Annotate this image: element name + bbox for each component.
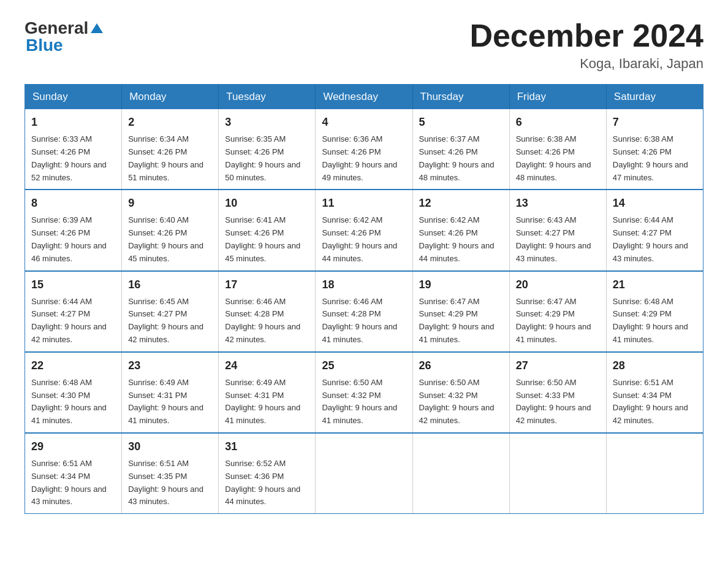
day-number: 18	[322, 277, 406, 293]
title-section: December 2024 Koga, Ibaraki, Japan	[469, 18, 703, 72]
day-number: 22	[31, 358, 115, 374]
day-number: 8	[31, 195, 115, 212]
day-info: Sunrise: 6:48 AMSunset: 4:29 PMDaylight:…	[613, 297, 688, 344]
day-number: 21	[613, 277, 697, 293]
day-info: Sunrise: 6:44 AMSunset: 4:27 PMDaylight:…	[613, 215, 688, 262]
table-row: 18Sunrise: 6:46 AMSunset: 4:28 PMDayligh…	[316, 271, 412, 352]
table-row: 3Sunrise: 6:35 AMSunset: 4:26 PMDaylight…	[219, 109, 316, 190]
table-row: 14Sunrise: 6:44 AMSunset: 4:27 PMDayligh…	[606, 190, 703, 270]
day-info: Sunrise: 6:51 AMSunset: 4:34 PMDaylight:…	[31, 459, 107, 506]
calendar-week-row: 22Sunrise: 6:48 AMSunset: 4:30 PMDayligh…	[25, 352, 703, 433]
day-info: Sunrise: 6:42 AMSunset: 4:26 PMDaylight:…	[322, 215, 397, 262]
table-row: 5Sunrise: 6:37 AMSunset: 4:26 PMDaylight…	[412, 109, 509, 190]
day-number: 26	[419, 358, 503, 374]
day-number: 5	[419, 114, 503, 131]
table-row: 20Sunrise: 6:47 AMSunset: 4:29 PMDayligh…	[509, 271, 606, 352]
day-info: Sunrise: 6:40 AMSunset: 4:26 PMDaylight:…	[128, 215, 203, 262]
table-row: 7Sunrise: 6:38 AMSunset: 4:26 PMDaylight…	[606, 109, 703, 190]
table-row: 8Sunrise: 6:39 AMSunset: 4:26 PMDaylight…	[25, 190, 122, 270]
table-row: 30Sunrise: 6:51 AMSunset: 4:35 PMDayligh…	[122, 433, 219, 514]
table-row: 29Sunrise: 6:51 AMSunset: 4:34 PMDayligh…	[25, 433, 122, 514]
location-subtitle: Koga, Ibaraki, Japan	[469, 56, 703, 72]
table-row: 16Sunrise: 6:45 AMSunset: 4:27 PMDayligh…	[122, 271, 219, 352]
table-row	[412, 433, 509, 514]
day-info: Sunrise: 6:46 AMSunset: 4:28 PMDaylight:…	[225, 297, 300, 344]
table-row: 24Sunrise: 6:49 AMSunset: 4:31 PMDayligh…	[219, 352, 316, 433]
logo-triangle-icon	[91, 23, 103, 33]
day-number: 7	[613, 114, 697, 131]
day-info: Sunrise: 6:50 AMSunset: 4:33 PMDaylight:…	[516, 378, 591, 425]
day-number: 25	[322, 358, 406, 374]
table-row: 19Sunrise: 6:47 AMSunset: 4:29 PMDayligh…	[412, 271, 509, 352]
day-number: 1	[31, 114, 115, 131]
calendar-week-row: 15Sunrise: 6:44 AMSunset: 4:27 PMDayligh…	[25, 271, 703, 352]
day-number: 16	[128, 277, 212, 293]
day-info: Sunrise: 6:46 AMSunset: 4:28 PMDaylight:…	[322, 297, 397, 344]
table-row	[316, 433, 412, 514]
day-number: 17	[225, 277, 309, 293]
day-number: 2	[128, 114, 212, 131]
day-info: Sunrise: 6:50 AMSunset: 4:32 PMDaylight:…	[419, 378, 495, 425]
day-info: Sunrise: 6:52 AMSunset: 4:36 PMDaylight:…	[225, 459, 300, 506]
day-number: 23	[128, 358, 212, 374]
table-row: 17Sunrise: 6:46 AMSunset: 4:28 PMDayligh…	[219, 271, 316, 352]
table-row: 4Sunrise: 6:36 AMSunset: 4:26 PMDaylight…	[316, 109, 412, 190]
day-info: Sunrise: 6:33 AMSunset: 4:26 PMDaylight:…	[31, 134, 107, 182]
day-number: 4	[322, 114, 406, 131]
table-row: 26Sunrise: 6:50 AMSunset: 4:32 PMDayligh…	[412, 352, 509, 433]
day-number: 3	[225, 114, 309, 131]
table-row: 27Sunrise: 6:50 AMSunset: 4:33 PMDayligh…	[509, 352, 606, 433]
page-header: General Blue December 2024 Koga, Ibaraki…	[25, 18, 703, 72]
table-row: 6Sunrise: 6:38 AMSunset: 4:26 PMDaylight…	[509, 109, 606, 190]
day-info: Sunrise: 6:41 AMSunset: 4:26 PMDaylight:…	[225, 215, 300, 262]
calendar-week-row: 1Sunrise: 6:33 AMSunset: 4:26 PMDaylight…	[25, 109, 703, 190]
day-info: Sunrise: 6:47 AMSunset: 4:29 PMDaylight:…	[516, 297, 591, 344]
day-info: Sunrise: 6:45 AMSunset: 4:27 PMDaylight:…	[128, 297, 203, 344]
table-row: 31Sunrise: 6:52 AMSunset: 4:36 PMDayligh…	[219, 433, 316, 514]
col-sunday: Sunday	[25, 85, 122, 110]
day-info: Sunrise: 6:51 AMSunset: 4:35 PMDaylight:…	[128, 459, 203, 506]
day-number: 28	[613, 358, 697, 374]
table-row: 1Sunrise: 6:33 AMSunset: 4:26 PMDaylight…	[25, 109, 122, 190]
day-info: Sunrise: 6:34 AMSunset: 4:26 PMDaylight:…	[128, 134, 203, 182]
day-info: Sunrise: 6:47 AMSunset: 4:29 PMDaylight:…	[419, 297, 495, 344]
day-info: Sunrise: 6:37 AMSunset: 4:26 PMDaylight:…	[419, 134, 495, 182]
table-row: 12Sunrise: 6:42 AMSunset: 4:26 PMDayligh…	[412, 190, 509, 270]
day-info: Sunrise: 6:42 AMSunset: 4:26 PMDaylight:…	[419, 215, 495, 262]
day-info: Sunrise: 6:38 AMSunset: 4:26 PMDaylight:…	[516, 134, 591, 182]
calendar-week-row: 29Sunrise: 6:51 AMSunset: 4:34 PMDayligh…	[25, 433, 703, 514]
table-row: 23Sunrise: 6:49 AMSunset: 4:31 PMDayligh…	[122, 352, 219, 433]
day-info: Sunrise: 6:38 AMSunset: 4:26 PMDaylight:…	[613, 134, 688, 182]
day-number: 9	[128, 195, 212, 212]
col-friday: Friday	[509, 85, 606, 110]
day-number: 15	[31, 277, 115, 293]
day-info: Sunrise: 6:43 AMSunset: 4:27 PMDaylight:…	[516, 215, 591, 262]
day-number: 20	[516, 277, 600, 293]
day-number: 30	[128, 439, 212, 455]
table-row: 2Sunrise: 6:34 AMSunset: 4:26 PMDaylight…	[122, 109, 219, 190]
col-saturday: Saturday	[606, 85, 703, 110]
table-row: 22Sunrise: 6:48 AMSunset: 4:30 PMDayligh…	[25, 352, 122, 433]
table-row: 21Sunrise: 6:48 AMSunset: 4:29 PMDayligh…	[606, 271, 703, 352]
table-row: 25Sunrise: 6:50 AMSunset: 4:32 PMDayligh…	[316, 352, 412, 433]
day-info: Sunrise: 6:49 AMSunset: 4:31 PMDaylight:…	[225, 378, 300, 425]
day-info: Sunrise: 6:39 AMSunset: 4:26 PMDaylight:…	[31, 215, 107, 262]
day-info: Sunrise: 6:35 AMSunset: 4:26 PMDaylight:…	[225, 134, 300, 182]
day-number: 11	[322, 195, 406, 212]
day-number: 12	[419, 195, 503, 212]
col-monday: Monday	[122, 85, 219, 110]
logo-text-blue: Blue	[26, 36, 63, 55]
day-number: 6	[516, 114, 600, 131]
day-info: Sunrise: 6:50 AMSunset: 4:32 PMDaylight:…	[322, 378, 397, 425]
day-info: Sunrise: 6:48 AMSunset: 4:30 PMDaylight:…	[31, 378, 107, 425]
table-row: 15Sunrise: 6:44 AMSunset: 4:27 PMDayligh…	[25, 271, 122, 352]
day-number: 13	[516, 195, 600, 212]
day-number: 10	[225, 195, 309, 212]
day-number: 14	[613, 195, 697, 212]
col-tuesday: Tuesday	[219, 85, 316, 110]
table-row: 28Sunrise: 6:51 AMSunset: 4:34 PMDayligh…	[606, 352, 703, 433]
col-wednesday: Wednesday	[316, 85, 412, 110]
month-title: December 2024	[469, 18, 703, 53]
day-info: Sunrise: 6:36 AMSunset: 4:26 PMDaylight:…	[322, 134, 397, 182]
day-number: 29	[31, 439, 115, 455]
